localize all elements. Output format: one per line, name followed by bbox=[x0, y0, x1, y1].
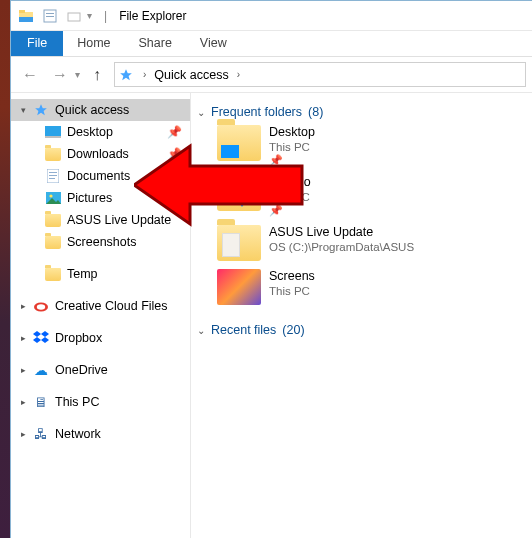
creative-cloud-icon bbox=[33, 298, 49, 314]
svg-rect-10 bbox=[45, 136, 61, 138]
pin-icon: 📌 bbox=[167, 169, 182, 183]
sidebar-item-creative-cloud[interactable]: Creative Cloud Files bbox=[11, 295, 190, 317]
dropbox-icon bbox=[33, 330, 49, 346]
sidebar-item-quick-access[interactable]: Quick access bbox=[11, 99, 190, 121]
content-area: Quick access Desktop 📌 Downloads 📌 Docum… bbox=[11, 93, 532, 538]
frequent-folders-items: Desktop This PC 📌 Downlo This PC 📌 bbox=[197, 125, 532, 305]
sidebar-item-label: Temp bbox=[67, 267, 98, 281]
ribbon-tab-view[interactable]: View bbox=[186, 32, 241, 56]
tile-downloads[interactable]: Downlo This PC 📌 bbox=[217, 175, 307, 217]
group-count: (20) bbox=[282, 323, 304, 337]
tile-screenshots[interactable]: Screens This PC bbox=[217, 269, 307, 305]
sidebar-item-pictures[interactable]: Pictures 📌 bbox=[11, 187, 190, 209]
window-title: File Explorer bbox=[119, 9, 186, 23]
nav-history-dropdown-icon[interactable]: ▾ bbox=[75, 69, 80, 80]
ribbon-tab-file[interactable]: File bbox=[11, 31, 63, 56]
sidebar-item-label: Quick access bbox=[55, 103, 129, 117]
app-icon bbox=[17, 7, 35, 25]
nav-up-button[interactable]: ↑ bbox=[84, 62, 110, 88]
tile-sub: OS (C:)\ProgramData\ASUS bbox=[269, 240, 414, 254]
tile-desktop[interactable]: Desktop This PC 📌 bbox=[217, 125, 427, 167]
folder-icon bbox=[45, 266, 61, 282]
picture-thumbnail-icon bbox=[217, 269, 261, 305]
group-title: Frequent folders bbox=[211, 105, 302, 119]
ribbon-tab-home[interactable]: Home bbox=[63, 32, 124, 56]
sidebar-item-asus-live-update[interactable]: ASUS Live Update bbox=[11, 209, 190, 231]
pictures-icon bbox=[45, 190, 61, 206]
tile-name: ASUS Live Update bbox=[269, 225, 414, 240]
group-count: (8) bbox=[308, 105, 323, 119]
tile-name: Screens bbox=[269, 269, 315, 284]
navigation-sidebar: Quick access Desktop 📌 Downloads 📌 Docum… bbox=[11, 93, 191, 538]
sidebar-item-temp[interactable]: Temp bbox=[11, 263, 190, 285]
svg-rect-1 bbox=[19, 10, 25, 13]
folder-icon bbox=[217, 175, 261, 211]
tile-sub: This PC bbox=[269, 284, 315, 298]
ribbon-tabs: File Home Share View bbox=[11, 31, 532, 57]
file-explorer-window: ▾ | File Explorer File Home Share View ←… bbox=[10, 0, 532, 538]
sidebar-item-label: ASUS Live Update bbox=[67, 213, 171, 227]
star-icon bbox=[33, 102, 49, 118]
document-icon bbox=[45, 168, 61, 184]
breadcrumb-chevron-icon[interactable]: › bbox=[233, 69, 244, 80]
desktop-icon bbox=[45, 124, 61, 140]
group-header-frequent-folders[interactable]: ⌄ Frequent folders (8) bbox=[197, 101, 532, 125]
tile-name: Downlo bbox=[269, 175, 311, 190]
main-pane: ⌄ Frequent folders (8) Desktop This PC 📌 bbox=[191, 93, 532, 538]
tile-sub: This PC bbox=[269, 140, 315, 154]
folder-icon bbox=[217, 125, 261, 161]
pin-icon: 📌 bbox=[167, 147, 182, 161]
group-header-recent-files[interactable]: ⌄ Recent files (20) bbox=[197, 319, 532, 343]
svg-rect-14 bbox=[49, 178, 55, 179]
titlebar-separator: | bbox=[104, 9, 107, 23]
svg-rect-6 bbox=[68, 13, 80, 21]
sidebar-item-label: Network bbox=[55, 427, 101, 441]
sidebar-item-network[interactable]: 🖧 Network bbox=[11, 423, 190, 445]
svg-rect-2 bbox=[19, 17, 33, 22]
sidebar-item-desktop[interactable]: Desktop 📌 bbox=[11, 121, 190, 143]
svg-rect-12 bbox=[49, 172, 57, 173]
sidebar-item-screenshots[interactable]: Screenshots bbox=[11, 231, 190, 253]
network-icon: 🖧 bbox=[33, 426, 49, 442]
folder-icon bbox=[217, 225, 261, 261]
qat-dropdown-icon[interactable]: ▾ bbox=[87, 10, 92, 21]
breadcrumb-segment[interactable]: Quick access bbox=[150, 66, 232, 84]
svg-point-16 bbox=[49, 194, 52, 197]
nav-forward-button: → bbox=[47, 62, 73, 88]
sidebar-item-label: Dropbox bbox=[55, 331, 102, 345]
breadcrumb-chevron-icon[interactable]: › bbox=[139, 69, 150, 80]
sidebar-item-label: Creative Cloud Files bbox=[55, 299, 168, 313]
pin-icon: 📌 bbox=[269, 154, 315, 167]
nav-back-button: ← bbox=[17, 62, 43, 88]
ribbon-tab-share[interactable]: Share bbox=[125, 32, 186, 56]
chevron-down-icon: ⌄ bbox=[197, 325, 205, 336]
folder-icon bbox=[45, 234, 61, 250]
sidebar-item-documents[interactable]: Documents 📌 bbox=[11, 165, 190, 187]
svg-marker-8 bbox=[35, 104, 47, 115]
svg-marker-22 bbox=[33, 337, 41, 343]
chevron-down-icon: ⌄ bbox=[197, 107, 205, 118]
titlebar: ▾ | File Explorer bbox=[11, 1, 532, 31]
svg-marker-7 bbox=[120, 69, 132, 80]
svg-rect-5 bbox=[46, 16, 54, 17]
qat-new-folder-icon[interactable] bbox=[65, 7, 83, 25]
svg-point-19 bbox=[37, 304, 45, 309]
tile-sub: This PC bbox=[269, 190, 311, 204]
sidebar-item-onedrive[interactable]: ☁ OneDrive bbox=[11, 359, 190, 381]
sidebar-item-dropbox[interactable]: Dropbox bbox=[11, 327, 190, 349]
sidebar-item-downloads[interactable]: Downloads 📌 bbox=[11, 143, 190, 165]
svg-rect-13 bbox=[49, 175, 57, 176]
quick-access-star-icon bbox=[119, 68, 133, 82]
breadcrumb[interactable]: › Quick access › bbox=[114, 62, 526, 87]
qat-properties-icon[interactable] bbox=[41, 7, 59, 25]
sidebar-item-label: This PC bbox=[55, 395, 99, 409]
pin-icon: 📌 bbox=[167, 191, 182, 205]
tile-asus-live-update[interactable]: ASUS Live Update OS (C:)\ProgramData\ASU… bbox=[217, 225, 427, 261]
folder-icon bbox=[45, 146, 61, 162]
sidebar-item-this-pc[interactable]: 🖥 This PC bbox=[11, 391, 190, 413]
address-bar: ← → ▾ ↑ › Quick access › bbox=[11, 57, 532, 93]
sidebar-item-label: OneDrive bbox=[55, 363, 108, 377]
sidebar-item-label: Screenshots bbox=[67, 235, 136, 249]
tile-name: Desktop bbox=[269, 125, 315, 140]
onedrive-icon: ☁ bbox=[33, 362, 49, 378]
